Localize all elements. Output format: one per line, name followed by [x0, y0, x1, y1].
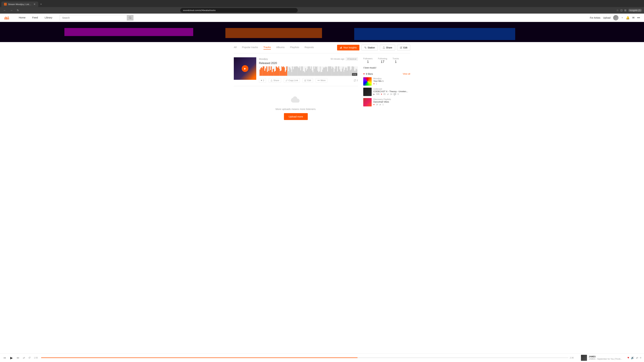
- likes-count-label: 9 likes: [366, 72, 373, 75]
- liked-track-3-info: Discovery Paylists Dancehall Vibes ♥14 ⇄…: [373, 98, 410, 106]
- sc-logo[interactable]: [4, 15, 10, 21]
- nav-feed[interactable]: Feed: [29, 13, 41, 22]
- messages-icon[interactable]: ✉: [632, 16, 634, 19]
- edit-track-label: Edit: [307, 79, 311, 82]
- liked-track-3-artwork: [363, 98, 372, 106]
- track-artist[interactable]: Moodjoy: [259, 58, 268, 60]
- svg-rect-1: [5, 17, 5, 19]
- waveform-bar-60: [308, 66, 309, 76]
- like-button[interactable]: ♥ 2: [259, 78, 266, 83]
- tab-popular-tracks[interactable]: Popular tracks: [242, 46, 258, 50]
- track-card: ▶ Moodjoy 56 minutes ago #Classical: [234, 57, 358, 86]
- waveform-bar-53: [303, 71, 304, 76]
- search-button[interactable]: [127, 15, 134, 21]
- sidebar-bio: I love music!: [363, 66, 410, 69]
- nav-library[interactable]: Library: [41, 13, 56, 22]
- waveform[interactable]: [259, 66, 358, 76]
- new-tab-button[interactable]: +: [38, 1, 44, 7]
- stat-following[interactable]: Following 17: [378, 57, 387, 64]
- user-avatar[interactable]: [613, 15, 618, 20]
- track-play-button[interactable]: ▶: [242, 65, 248, 72]
- for-artists-link[interactable]: For Artists: [590, 16, 600, 19]
- station-button[interactable]: Station: [362, 45, 378, 50]
- liked-track-3-art[interactable]: [363, 98, 372, 106]
- reload-button[interactable]: ↻: [16, 8, 20, 12]
- liked-track-3-artist[interactable]: Discovery Paylists: [373, 98, 410, 100]
- extension-icon[interactable]: ⊞: [624, 9, 626, 12]
- track-repost[interactable]: 2: [354, 79, 358, 82]
- player-repost-icon[interactable]: ⇄: [636, 356, 638, 359]
- tab-tracks[interactable]: Tracks: [264, 46, 271, 50]
- waveform-bar-78: [323, 67, 324, 76]
- waveform-bar-64: [312, 70, 312, 76]
- more-button[interactable]: ••• More: [316, 78, 327, 83]
- incognito-badge: Incognito (2): [628, 9, 642, 12]
- liked-track-1-artist[interactable]: Moodjoy: [373, 77, 410, 80]
- search-input[interactable]: [60, 15, 134, 21]
- stat-tracks[interactable]: Tracks 1: [392, 57, 399, 64]
- liked-track-1-meta: ♥ 1: [373, 83, 410, 85]
- content-main: ▶ Moodjoy 56 minutes ago #Classical: [234, 57, 358, 127]
- player-shuffle-button[interactable]: ⇄: [22, 356, 26, 360]
- player-progress-bar[interactable]: [41, 358, 568, 358]
- waveform-bar-46: [297, 66, 298, 76]
- view-all-link[interactable]: View all: [403, 72, 410, 75]
- edit-icon: [400, 46, 402, 49]
- liked-track-1-title[interactable]: Your Mix 1: [373, 80, 410, 82]
- upload-more-section: More uploads means more listeners. Uploa…: [234, 89, 358, 127]
- waveform-bar-63: [311, 66, 312, 76]
- notification-bell[interactable]: 🔔: [626, 16, 630, 19]
- more-options-icon[interactable]: •••: [637, 16, 640, 19]
- share-track-button[interactable]: Share: [269, 78, 281, 83]
- tab-playlists[interactable]: Playlists: [290, 46, 299, 50]
- avatar-dropdown-arrow[interactable]: ▼: [621, 16, 623, 19]
- player-prev-button[interactable]: ⏮: [3, 356, 7, 360]
- waveform-bar-44: [296, 66, 296, 76]
- player-right-controls: ♥ 🔊 ⇄ ≡: [628, 356, 641, 360]
- liked-track-2-artist[interactable]: codecast: [373, 88, 410, 90]
- volume-icon[interactable]: 🔊: [631, 356, 634, 359]
- player-progress-fill: [41, 358, 358, 358]
- address-bar[interactable]: soundcloud.com/a24beaba/tracks: [180, 8, 298, 12]
- back-button[interactable]: ←: [2, 8, 8, 12]
- upload-link[interactable]: Upload: [603, 16, 610, 19]
- tab-reposts[interactable]: Reposts: [304, 46, 314, 50]
- edit-button[interactable]: Edit: [397, 45, 410, 50]
- player-like-button[interactable]: ♥: [628, 356, 629, 360]
- player-queue-icon[interactable]: ≡: [640, 356, 641, 359]
- track-artwork[interactable]: ▶: [234, 57, 256, 80]
- waveform-bar-8: [266, 66, 267, 76]
- liked-track-1-art[interactable]: [363, 77, 372, 86]
- sc-header: Home Feed Library For Artists Upload ▼ 🔔…: [0, 13, 644, 22]
- tab-albums[interactable]: Albums: [276, 46, 284, 50]
- track-tag[interactable]: #Classical: [346, 57, 358, 61]
- waveform-bar-55: [304, 72, 305, 76]
- liked-track-3-title[interactable]: Dancehall Vibes: [373, 100, 410, 103]
- liked-track-2-art[interactable]: [363, 88, 372, 96]
- browser-tab-active[interactable]: 🎵 Stream Moodjoy | Listen to mu... ✕: [1, 1, 38, 7]
- soundcloud-app: Home Feed Library For Artists Upload ▼ 🔔…: [0, 13, 644, 361]
- waveform-bar-111: [350, 70, 351, 76]
- track-title[interactable]: Released 2020: [259, 62, 358, 65]
- bookmark-icon[interactable]: ☆: [616, 9, 619, 12]
- waveform-bar-103: [344, 72, 344, 76]
- copy-link-button[interactable]: Copy Link: [284, 78, 300, 83]
- stat-followers[interactable]: Followers 1: [363, 57, 373, 64]
- tab-close-button[interactable]: ✕: [34, 3, 36, 5]
- banner-light-2: [226, 28, 322, 38]
- player-repeat-button[interactable]: ↺: [28, 356, 31, 360]
- upload-more-button[interactable]: Upload more: [284, 113, 308, 120]
- track-meta: Moodjoy 56 minutes ago #Classical: [259, 57, 358, 61]
- nav-home[interactable]: Home: [16, 13, 29, 22]
- tab-all[interactable]: All: [234, 46, 237, 50]
- liked-track-2-title[interactable]: CODECAST X - Theony - Unrelen...: [373, 90, 410, 93]
- forward-button[interactable]: →: [9, 8, 14, 12]
- edit-track-button[interactable]: Edit: [302, 78, 313, 83]
- waveform-bar-1: [260, 68, 261, 76]
- cast-icon[interactable]: ⊡: [620, 9, 622, 12]
- share-button[interactable]: Share: [380, 45, 395, 50]
- insights-button[interactable]: Your Insights: [337, 45, 359, 50]
- player-play-button[interactable]: ▶: [9, 355, 14, 361]
- player-artwork[interactable]: [581, 355, 587, 361]
- player-next-button[interactable]: ⏭: [16, 356, 20, 360]
